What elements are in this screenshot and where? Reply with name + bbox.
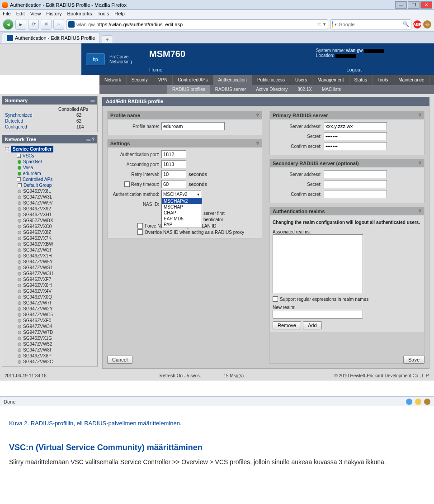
maximize-button[interactable]: ❐ <box>408 1 420 9</box>
reload-button[interactable]: ⟳ <box>28 19 39 30</box>
ap-item[interactable]: SG947ZVW7D <box>4 329 95 335</box>
ap-item[interactable]: SG946ZVX0H <box>4 282 95 288</box>
ap-item[interactable]: SG947ZVWC5 <box>4 312 95 318</box>
ap-item[interactable]: SG946ZVX92 <box>4 206 95 212</box>
auth-method-option[interactable]: MSCHAPv2 <box>162 198 202 204</box>
ap-item[interactable]: SG946ZVXH1 <box>4 212 95 218</box>
secret-input[interactable] <box>324 132 387 140</box>
tree-icons[interactable]: ▭ ? <box>86 137 94 142</box>
abp-icon[interactable]: ABP <box>413 20 421 29</box>
url-input[interactable] <box>96 22 315 27</box>
menu-history[interactable]: History <box>46 11 61 16</box>
tree-root[interactable]: Service Controller <box>11 146 53 152</box>
auth-method-option[interactable]: PAP <box>162 222 202 228</box>
cancel-button[interactable]: Cancel <box>107 356 132 364</box>
nav-users[interactable]: Users <box>290 75 312 85</box>
help-icon[interactable]: ? <box>256 113 259 118</box>
logout-link[interactable]: Logout <box>346 67 362 72</box>
sum-link[interactable]: Detected <box>5 119 23 124</box>
ap-item[interactable]: SG947ZVW9V <box>4 200 95 206</box>
auth-method-option[interactable]: CHAP <box>162 210 202 216</box>
menu-file[interactable]: File <box>3 11 11 16</box>
ap-item[interactable]: SG946ZVX4V <box>4 288 95 294</box>
forward-button[interactable]: ► <box>15 19 26 30</box>
confirm-input[interactable] <box>324 142 387 150</box>
group-icon[interactable] <box>18 183 22 187</box>
collapse-icon[interactable]: - <box>17 154 21 158</box>
nav-maintenance[interactable]: Maintenance <box>393 75 429 85</box>
menu-view[interactable]: View <box>30 11 41 16</box>
search-input[interactable] <box>339 22 401 27</box>
ap-item[interactable]: SG947ZVW8F <box>4 347 95 353</box>
subnav-radius-profiles[interactable]: RADIUS profiles <box>167 85 210 94</box>
ap-item[interactable]: SG947ZVW5Y <box>4 259 95 265</box>
auth-method-select[interactable]: MSCHAPv2▾ MSCHAPv2MSCHAPCHAPEAP MD5PAP <box>161 190 201 198</box>
default-group[interactable]: Default Group <box>24 183 52 188</box>
subnav-mac-lists[interactable]: MAC lists <box>317 85 346 94</box>
ap-item[interactable]: SG946ZVX8Z <box>4 229 95 235</box>
nav-controlled-aps[interactable]: Controlled APs <box>173 75 213 85</box>
nav-vpn[interactable]: VPN <box>153 75 173 85</box>
tab-active[interactable]: Authentication - Edit RADIUS Profile <box>2 33 100 43</box>
help-icon[interactable]: ? <box>418 209 421 214</box>
subnav-802.1x[interactable]: 802.1X <box>292 85 317 94</box>
url-dropdown-icon[interactable]: ▾ <box>323 21 326 27</box>
tree-aps-label[interactable]: Controlled APs <box>23 177 52 182</box>
ap-item[interactable]: SG947ZVW52 <box>4 341 95 347</box>
home-button[interactable]: ⌂ <box>53 19 64 30</box>
secret-input2[interactable] <box>324 180 387 188</box>
retry-timeout-input[interactable] <box>161 180 186 188</box>
ap-item[interactable]: SG946ZVX8L <box>4 188 95 194</box>
nav-security[interactable]: Security <box>127 75 153 85</box>
nav-management[interactable]: Management <box>312 75 349 85</box>
sum-link[interactable]: Configured <box>5 124 27 129</box>
ap-item[interactable]: SG946ZVX7K <box>4 235 95 241</box>
vsc-eduroam[interactable]: eduroam <box>4 171 95 176</box>
sum-link[interactable]: Synchronized <box>5 113 33 118</box>
ap-item[interactable]: SG947ZVW3H <box>4 271 95 276</box>
search-icon[interactable]: 🔍 <box>403 21 409 27</box>
ap-item[interactable]: SG946ZVXF7 <box>4 276 95 282</box>
greasemonkey-icon[interactable]: 🐵 <box>423 20 431 29</box>
help-icon[interactable]: ? <box>418 113 421 118</box>
ap-item[interactable]: SG946ZVXC0 <box>4 223 95 229</box>
add-button[interactable]: Add <box>303 321 322 329</box>
stop-button[interactable]: ✕ <box>41 19 52 30</box>
nav-public-access[interactable]: Public access <box>252 75 290 85</box>
auth-port-input[interactable] <box>161 150 186 158</box>
ap-item[interactable]: SG952ZVWBX <box>4 218 95 223</box>
server-addr-input[interactable] <box>324 122 387 130</box>
tree-vscs-label[interactable]: VSCs <box>23 153 34 158</box>
ap-item[interactable]: SG947ZVW2Y <box>4 306 95 312</box>
ap-item[interactable]: SG947ZVW34 <box>4 323 95 329</box>
auth-method-option[interactable]: MSCHAP <box>162 204 202 210</box>
ap-item[interactable]: SG946ZVXF0 <box>4 318 95 323</box>
minimize-panel-icon[interactable]: ▭ <box>90 98 94 103</box>
minimize-button[interactable]: — <box>395 1 407 9</box>
ap-item[interactable]: SG947ZVW7F <box>4 300 95 306</box>
nav-status[interactable]: Status <box>349 75 373 85</box>
server-addr-input2[interactable] <box>324 170 387 178</box>
nav-authentication[interactable]: Authentication <box>213 75 252 85</box>
greasemonkey-icon[interactable] <box>424 399 430 405</box>
menu-tools[interactable]: Tools <box>98 11 109 16</box>
menu-help[interactable]: Help <box>114 11 125 16</box>
remove-button[interactable]: Remove <box>273 321 301 329</box>
vsc-sparknet[interactable]: SparkNet <box>4 159 95 165</box>
ap-item[interactable]: SG946ZVXBW <box>4 241 95 247</box>
help-icon[interactable]: ? <box>256 141 259 146</box>
collapse-icon[interactable]: - <box>5 147 9 151</box>
retry-timeout-check[interactable] <box>124 181 130 187</box>
back-button[interactable]: ◄ <box>3 19 14 30</box>
ap-item[interactable]: SG947ZVW2C <box>4 359 95 365</box>
new-tab-button[interactable]: + <box>102 35 113 43</box>
bookmark-star-icon[interactable]: ☆ <box>317 21 321 27</box>
regex-check[interactable] <box>273 296 278 302</box>
new-realm-input[interactable] <box>273 310 363 319</box>
globe-icon[interactable] <box>406 399 412 405</box>
search-box[interactable]: ▾ 🔍 <box>330 19 411 29</box>
ap-item[interactable]: SG947ZVWS1 <box>4 265 95 271</box>
subnav-active-directory[interactable]: Active Directory <box>251 85 292 94</box>
assoc-realms-list[interactable] <box>273 234 363 293</box>
nav-tools[interactable]: Tools <box>373 75 393 85</box>
